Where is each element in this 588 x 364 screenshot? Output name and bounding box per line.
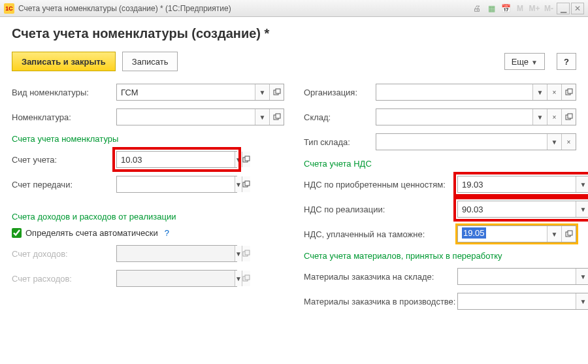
schet-peredachi-input[interactable]: ▼	[116, 176, 237, 193]
auto-accounts-checkbox[interactable]	[12, 228, 22, 238]
schet-peredachi-field[interactable]	[117, 176, 235, 192]
nds-real-input[interactable]: ▼	[457, 201, 588, 218]
dropdown-icon[interactable]: ▼	[532, 109, 547, 125]
open-dialog-icon[interactable]	[269, 84, 284, 100]
nds-priobr-label: НДС по приобретенным ценностям:	[304, 180, 457, 190]
mat-sklad-label: Материалы заказчика на складе:	[304, 272, 457, 282]
tip-sklada-label: Тип склада:	[304, 137, 376, 147]
dropdown-icon[interactable]: ▼	[235, 176, 242, 192]
help-button[interactable]: ?	[557, 53, 576, 70]
nomenklatura-label: Номенклатура:	[12, 112, 116, 122]
svg-rect-13	[568, 89, 572, 93]
minimize-button[interactable]: ▁	[557, 3, 570, 14]
org-label: Организация:	[304, 88, 376, 97]
svg-rect-7	[245, 181, 250, 186]
mat-sklad-input[interactable]: ▼	[457, 268, 588, 285]
mat-proizv-input[interactable]: ▼	[457, 293, 588, 310]
save-button[interactable]: Записать	[122, 52, 178, 71]
section-nds-title: Счета учета НДС	[304, 159, 576, 169]
nds-tamozh-input[interactable]: 19.05 ▼	[457, 225, 576, 242]
sklad-field[interactable]	[376, 109, 532, 125]
open-dialog-icon	[242, 246, 250, 261]
dropdown-icon[interactable]: ▼	[576, 201, 588, 217]
page-title: Счета учета номенклатуры (создание) *	[12, 26, 576, 41]
dropdown-icon[interactable]: ▼	[255, 109, 269, 125]
nds-tamozh-field-selected[interactable]: 19.05	[458, 226, 547, 242]
open-dialog-icon[interactable]	[561, 226, 576, 242]
mat-proizv-label: Материалы заказчика в производстве:	[304, 297, 457, 306]
svg-rect-15	[568, 114, 572, 118]
dropdown-icon[interactable]: ▼	[547, 134, 561, 150]
svg-rect-1	[276, 89, 280, 93]
schet-dohodov-label: Счет доходов:	[12, 249, 116, 259]
mat-proizv-field[interactable]	[458, 293, 576, 309]
schet-rashodov-field	[117, 271, 235, 286]
nds-tamozh-label: НДС, уплаченный на таможне:	[304, 229, 457, 239]
dropdown-icon[interactable]: ▼	[255, 84, 269, 100]
clear-icon[interactable]: ×	[547, 109, 561, 125]
right-column: Организация: ▼ × Склад: ▼ ×	[304, 83, 576, 317]
schet-ucheta-label: Счет учета:	[12, 155, 116, 165]
mat-sklad-field[interactable]	[458, 269, 576, 284]
vid-nomenklatury-label: Вид номенклатуры:	[12, 88, 116, 97]
dropdown-icon[interactable]: ▼	[235, 152, 242, 167]
calendar-icon[interactable]: 📅	[499, 3, 512, 14]
window-title: Счета учета номенклатуры (создание) * (1…	[18, 4, 231, 13]
window-titlebar: 1C Счета учета номенклатуры (создание) *…	[0, 0, 588, 17]
schet-ucheta-input[interactable]: ▼	[116, 151, 237, 168]
org-field[interactable]	[376, 84, 532, 100]
dropdown-icon[interactable]: ▼	[576, 293, 588, 309]
clear-icon[interactable]: ×	[561, 134, 576, 150]
svg-rect-11	[245, 275, 250, 280]
save-and-close-button[interactable]: Записать и закрыть	[12, 52, 116, 71]
dropdown-icon: ▼	[235, 246, 242, 261]
nds-priobr-input[interactable]: ▼	[457, 176, 588, 193]
open-dialog-icon[interactable]	[561, 109, 576, 125]
tip-sklada-field[interactable]	[376, 134, 547, 150]
section-materials-title: Счета учета материалов, принятых в перер…	[304, 251, 576, 261]
sklad-input[interactable]: ▼ ×	[376, 108, 576, 125]
calc-icon[interactable]: ▦	[485, 3, 498, 14]
svg-rect-9	[245, 250, 250, 255]
vid-nomenklatury-field[interactable]	[117, 84, 255, 100]
schet-peredachi-label: Счет передачи:	[12, 180, 116, 190]
more-button[interactable]: Еще▼	[504, 53, 545, 70]
toolbar: Записать и закрыть Записать Еще▼ ?	[12, 52, 576, 71]
chevron-down-icon: ▼	[531, 59, 538, 66]
dropdown-icon[interactable]: ▼	[576, 269, 588, 284]
open-dialog-icon[interactable]	[242, 152, 250, 167]
memory-mplus-icon[interactable]: M+	[528, 3, 541, 14]
memory-m-icon[interactable]: M	[514, 3, 527, 14]
nds-real-label: НДС по реализации:	[304, 205, 457, 214]
org-input[interactable]: ▼ ×	[376, 84, 576, 101]
tip-sklada-input[interactable]: ▼ ×	[376, 133, 576, 150]
schet-dohodov-field	[117, 246, 235, 261]
open-dialog-icon[interactable]	[269, 109, 284, 125]
dropdown-icon[interactable]: ▼	[532, 84, 547, 100]
schet-rashodov-input: ▼	[116, 270, 237, 287]
dropdown-icon[interactable]: ▼	[576, 176, 588, 192]
nomenklatura-field[interactable]	[117, 109, 255, 125]
svg-rect-3	[276, 114, 280, 118]
nds-priobr-field[interactable]	[458, 176, 576, 192]
schet-rashodov-label: Счет расходов:	[12, 274, 116, 284]
svg-rect-5	[245, 156, 250, 161]
sklad-label: Склад:	[304, 112, 376, 122]
schet-ucheta-field[interactable]	[117, 152, 235, 167]
dropdown-icon[interactable]: ▼	[547, 226, 561, 242]
schet-dohodov-input: ▼	[116, 245, 237, 262]
open-dialog-icon	[242, 271, 250, 286]
help-link-icon[interactable]: ?	[165, 228, 169, 238]
left-column: Вид номенклатуры: ▼ Номенклатура: ▼	[12, 83, 284, 317]
clear-icon[interactable]: ×	[547, 84, 561, 100]
nomenklatura-input[interactable]: ▼	[116, 108, 284, 125]
memory-mminus-icon[interactable]: M-	[542, 3, 555, 14]
print-icon[interactable]: 🖨	[470, 3, 483, 14]
svg-rect-21	[568, 231, 572, 235]
open-dialog-icon[interactable]	[242, 176, 250, 192]
close-button[interactable]: ✕	[571, 3, 584, 14]
nds-real-field[interactable]	[458, 201, 576, 217]
vid-nomenklatury-input[interactable]: ▼	[116, 84, 284, 101]
open-dialog-icon[interactable]	[561, 84, 576, 100]
section-accounts-title: Счета учета номенклатуры	[12, 134, 284, 144]
